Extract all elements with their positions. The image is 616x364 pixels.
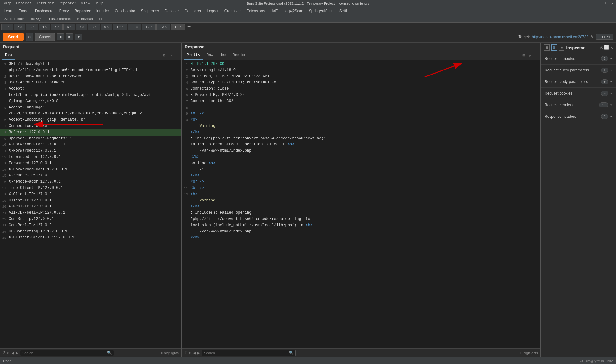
tab-2[interactable]: 2× <box>14 24 26 30</box>
request-back-icon[interactable]: ◀ <box>11 351 14 356</box>
maximize-btn[interactable]: □ <box>605 1 608 6</box>
nav-sequencer[interactable]: Sequencer <box>138 8 162 14</box>
ext-struts[interactable]: Struts Finder <box>2 16 27 21</box>
tab-4[interactable]: 4× <box>39 24 50 30</box>
nav-intruder[interactable]: Intruder <box>94 8 112 14</box>
nav-forward-btn[interactable]: ▶ <box>66 33 73 40</box>
inspector-label-2: Request body parameters <box>545 80 601 84</box>
ext-hae[interactable]: HaE <box>97 16 108 21</box>
nav-decoder[interactable]: Decoder <box>162 8 181 14</box>
response-line-6: 6 X-Powered-By: PHP/7.3.22 <box>182 92 540 98</box>
request-tab-raw[interactable]: Raw <box>2 51 15 60</box>
response-tab-pretty[interactable]: Pretty <box>184 51 203 60</box>
tab-3[interactable]: 3× <box>26 24 38 30</box>
response-tab-render[interactable]: Render <box>229 51 249 60</box>
nav-organizer[interactable]: Organizer <box>222 8 243 14</box>
inspector-grid-icon1[interactable]: ⊞ <box>544 44 550 51</box>
nav-hae[interactable]: HaE <box>268 8 280 14</box>
inspector-popout-icon[interactable]: ⬜ <box>604 45 609 50</box>
response-line-26: 'php://filter/convert.base64-encode/reso… <box>182 216 540 222</box>
nav-settings[interactable]: Setti... <box>337 8 352 14</box>
nav-learn[interactable]: Learn <box>1 8 16 14</box>
minimize-btn[interactable]: — <box>600 1 603 6</box>
response-inline-icon[interactable]: ⊞ <box>521 52 526 59</box>
request-inline-icon[interactable]: ⊞ <box>162 52 167 59</box>
inspector-icons-right: ⇱ ⬜ ✕ <box>600 45 613 50</box>
request-wrap-icon[interactable]: ↵ <box>168 52 173 59</box>
response-wrap-icon[interactable]: ↵ <box>527 52 532 59</box>
response-line-13: : include(php://filter/convert.base64-en… <box>182 136 540 142</box>
request-line-4: 3 User-Agent: FSCTF Browser <box>0 80 181 86</box>
cancel-button[interactable]: Cancel <box>35 33 55 41</box>
tab-10[interactable]: 10× <box>113 24 127 30</box>
inspector-row-4[interactable]: Request headers 49 ▾ <box>541 99 616 111</box>
nav-dashboard[interactable]: Dashboard <box>33 8 56 14</box>
tab-6[interactable]: 6× <box>63 24 75 30</box>
send-button[interactable]: Send <box>3 33 24 41</box>
nav-dropdown-btn[interactable]: ▼ <box>75 34 82 40</box>
response-tab-raw[interactable]: Raw <box>203 51 217 60</box>
response-search-input[interactable] <box>204 351 288 355</box>
nav-back-btn[interactable]: ◀ <box>57 33 64 40</box>
ext-shiroscan[interactable]: ShiroScan <box>75 16 96 21</box>
nav-logger[interactable]: Logger <box>204 8 221 14</box>
inspector-row-5[interactable]: Response headers 6 ▾ <box>541 111 616 122</box>
request-forward-icon[interactable]: ▶ <box>16 351 18 356</box>
request-menu-icon[interactable]: ≡ <box>174 53 179 59</box>
response-tab-hex[interactable]: Hex <box>217 51 230 60</box>
response-back-icon[interactable]: ◀ <box>193 351 196 356</box>
menu-intruder[interactable]: Intruder <box>36 1 54 6</box>
response-help-icon[interactable]: ? <box>184 351 187 356</box>
nav-proxy[interactable]: Proxy <box>57 8 71 14</box>
tab-14[interactable]: 14× <box>171 24 185 30</box>
inspector-expand-icon[interactable]: ⇱ <box>600 45 603 50</box>
response-search-box[interactable]: 🔍 <box>202 350 296 356</box>
request-search-box[interactable]: 🔍 <box>20 350 114 356</box>
inspector-row-2[interactable]: Request body parameters 0 ▾ <box>541 76 616 88</box>
tab-1[interactable]: 1× <box>1 24 13 30</box>
tab-13[interactable]: 13× <box>156 24 170 30</box>
tab-7[interactable]: 7× <box>76 24 88 30</box>
inspector-close-icon[interactable]: ✕ <box>610 45 613 50</box>
tab-add-btn[interactable]: + <box>185 24 193 30</box>
tab-12[interactable]: 12× <box>142 24 156 30</box>
inspector-label-4: Request headers <box>545 103 599 107</box>
nav-collaborator[interactable]: Collaborator <box>112 8 138 14</box>
response-menu-icon[interactable]: ≡ <box>534 53 539 59</box>
nav-target[interactable]: Target <box>17 8 32 14</box>
tab-9[interactable]: 9× <box>101 24 112 30</box>
inspector-row-0[interactable]: Request attributes 2 ▾ <box>541 53 616 65</box>
nav-log4j2scan[interactable]: Log4j2Scan <box>281 8 305 14</box>
request-settings-icon[interactable]: ⚙ <box>7 351 9 356</box>
edit-target-icon[interactable]: ✎ <box>590 34 594 39</box>
menu-view[interactable]: View <box>81 1 90 6</box>
inspector-grid-icon2[interactable]: ⊟ <box>551 44 557 51</box>
inspector-badge-4: 49 <box>599 102 608 107</box>
ext-xiasql[interactable]: xia SQL <box>28 16 45 21</box>
request-line-24: 21 Ali-CDN-Real-IP:127.0.0.1 <box>0 210 181 216</box>
nav-repeater[interactable]: Repeater <box>72 8 93 14</box>
tab-5[interactable]: 5× <box>51 24 63 30</box>
menu-repeater[interactable]: Repeater <box>59 1 77 6</box>
nav-extensions[interactable]: Extensions <box>244 8 267 14</box>
settings-icon[interactable]: ⚙ <box>26 33 33 41</box>
inspector-row-3[interactable]: Request cookies 0 ▾ <box>541 88 616 99</box>
inspector-badge-0: 2 <box>601 56 608 61</box>
nav-comparer[interactable]: Comparer <box>182 8 204 14</box>
nav-springvulscan[interactable]: SpringVulScan <box>306 8 336 14</box>
request-help-icon[interactable]: ? <box>3 351 5 356</box>
ext-fastjsonscan[interactable]: FastJsonScan <box>46 16 73 21</box>
menu-project[interactable]: Project <box>16 1 32 6</box>
tab-11[interactable]: 11× <box>128 24 141 30</box>
inspector-list-icon[interactable]: ≡ <box>559 45 565 51</box>
close-btn[interactable]: ✕ <box>611 1 613 6</box>
tab-8[interactable]: 8× <box>88 24 100 30</box>
response-settings-icon[interactable]: ⚙ <box>189 351 191 356</box>
response-forward-icon[interactable]: ▶ <box>197 351 200 356</box>
inspector-row-1[interactable]: Request query parameters 1 ▾ <box>541 65 616 76</box>
menu-burp[interactable]: Burp <box>3 1 12 6</box>
http-version-badge[interactable]: HTTP/1 <box>596 34 613 40</box>
menu-help[interactable]: Help <box>94 1 103 6</box>
request-line-2: php://filter/convert.base64-encode/resou… <box>0 67 181 74</box>
request-search-input[interactable] <box>22 351 106 355</box>
